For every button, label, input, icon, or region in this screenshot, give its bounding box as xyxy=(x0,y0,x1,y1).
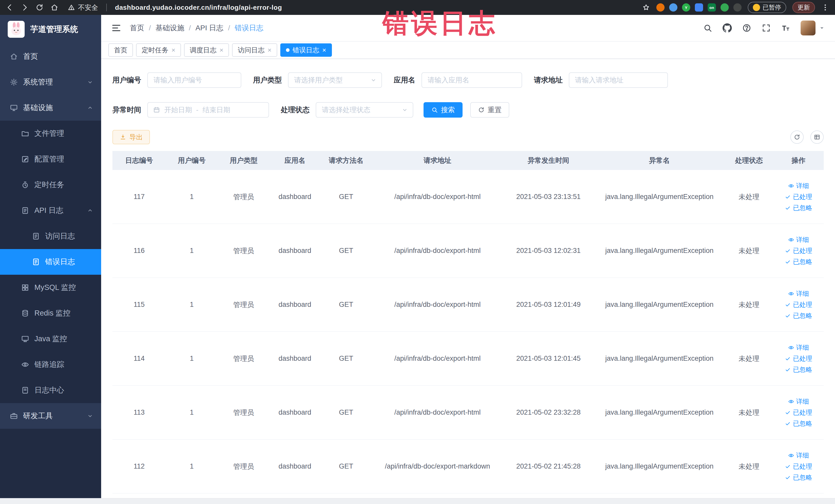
bookmark-star-icon[interactable] xyxy=(642,3,650,12)
breadcrumb-item[interactable]: API 日志 xyxy=(196,23,224,33)
browser-home-icon[interactable] xyxy=(50,3,59,12)
range-separator: - xyxy=(196,106,199,114)
update-button[interactable]: 更新 xyxy=(792,2,815,13)
font-size-icon[interactable] xyxy=(781,23,790,33)
sidebar-item[interactable]: 研发工具 xyxy=(0,403,101,429)
action-detail[interactable]: 详细 xyxy=(788,182,809,190)
extension-icon[interactable] xyxy=(656,3,665,12)
action-detail[interactable]: 详细 xyxy=(788,451,809,460)
date-range-picker[interactable]: 开始日期 - 结束日期 xyxy=(147,102,269,118)
action-processed[interactable]: 已处理 xyxy=(785,193,812,201)
toolbox-icon xyxy=(10,412,18,420)
breadcrumb-item[interactable]: 首页 xyxy=(130,23,144,33)
eye-icon xyxy=(788,399,794,405)
action-ignored[interactable]: 已忽略 xyxy=(785,204,812,212)
table-cell: 未处理 xyxy=(725,408,773,417)
extension-icon[interactable] xyxy=(695,3,703,12)
app-name-input[interactable] xyxy=(422,73,522,88)
action-processed[interactable]: 已处理 xyxy=(785,462,812,471)
sidebar-item[interactable]: 配置管理 xyxy=(0,146,101,172)
extension-icon[interactable] xyxy=(669,3,677,12)
help-icon[interactable] xyxy=(742,23,751,33)
address-bar[interactable]: dashboard.yudao.iocoder.cn/infra/log/api… xyxy=(115,4,282,12)
extension-icon[interactable] xyxy=(720,3,729,12)
table-cell: 2021-05-02 23:32:28 xyxy=(503,408,594,417)
action-ignored[interactable]: 已忽略 xyxy=(785,258,812,266)
export-button[interactable]: 导出 xyxy=(113,130,150,144)
sidebar-item[interactable]: 访问日志 xyxy=(0,223,101,249)
sidebar-item[interactable]: 定时任务 xyxy=(0,172,101,198)
github-icon[interactable] xyxy=(722,23,732,33)
horizontal-scrollbar[interactable] xyxy=(0,498,835,504)
action-ignored[interactable]: 已忽略 xyxy=(785,419,812,428)
user-type-select[interactable]: 请选择用户类型 xyxy=(288,73,382,88)
action-detail[interactable]: 详细 xyxy=(788,236,809,244)
refresh-icon xyxy=(478,106,485,113)
user-id-input[interactable] xyxy=(147,73,241,88)
sidebar-item[interactable]: MySQL 监控 xyxy=(0,275,101,300)
status-select[interactable]: 请选择处理状态 xyxy=(316,102,413,118)
back-icon[interactable] xyxy=(6,3,14,12)
table-cell: java.lang.IllegalArgumentException xyxy=(594,462,725,470)
reload-icon[interactable] xyxy=(36,3,44,12)
tab[interactable]: 错误日志× xyxy=(280,43,332,57)
sidebar-item[interactable]: Redis 监控 xyxy=(0,300,101,326)
browser-menu-icon[interactable] xyxy=(821,3,829,12)
tab[interactable]: 调度日志× xyxy=(184,43,229,57)
eye-icon xyxy=(788,452,794,459)
site-security[interactable]: 不安全 xyxy=(68,3,98,12)
action-detail[interactable]: 详细 xyxy=(788,343,809,352)
search-button[interactable]: 搜索 xyxy=(424,102,463,118)
sidebar-item[interactable]: Java 监控 xyxy=(0,326,101,352)
sidebar-item[interactable]: 文件管理 xyxy=(0,121,101,146)
tab[interactable]: 定时任务× xyxy=(136,43,181,57)
sidebar-item[interactable]: 首页 xyxy=(0,44,101,69)
search-icon[interactable] xyxy=(703,23,712,33)
app-logo[interactable]: 芋道管理系统 xyxy=(0,15,101,44)
sidebar-item[interactable]: 错误日志 xyxy=(0,249,101,275)
close-icon[interactable]: × xyxy=(322,47,326,54)
action-ignored[interactable]: 已忽略 xyxy=(785,311,812,320)
breadcrumb-item[interactable]: 错误日志 xyxy=(235,23,263,33)
select-placeholder: 请选择处理状态 xyxy=(322,105,370,115)
breadcrumb-item[interactable]: 基础设施 xyxy=(156,23,184,33)
table-cell: 2021-05-03 23:13:51 xyxy=(503,193,594,201)
reset-button[interactable]: 重置 xyxy=(470,102,509,118)
collapse-menu-icon[interactable] xyxy=(111,23,122,33)
action-ignored[interactable]: 已忽略 xyxy=(785,473,812,482)
request-url-input[interactable] xyxy=(569,73,668,88)
sidebar-item[interactable]: 系统管理 xyxy=(0,69,101,95)
fullscreen-icon[interactable] xyxy=(761,23,771,33)
close-icon[interactable]: × xyxy=(267,47,271,54)
table-cell: 管理员 xyxy=(218,354,269,363)
tab[interactable]: 首页 xyxy=(108,43,133,57)
app-title: 芋道管理系统 xyxy=(30,24,78,35)
extension-icon[interactable]: Y xyxy=(682,3,690,12)
profile-paused-pill[interactable]: 已暂停 xyxy=(748,2,786,13)
tab[interactable]: 访问日志× xyxy=(232,43,277,57)
user-avatar[interactable] xyxy=(801,21,825,36)
filter-label: 用户编号 xyxy=(113,75,141,85)
action-detail[interactable]: 详细 xyxy=(788,289,809,298)
refresh-button[interactable] xyxy=(790,130,804,144)
column-settings-button[interactable] xyxy=(810,130,824,144)
sidebar-item[interactable]: 链路追踪 xyxy=(0,352,101,378)
sidebar-item[interactable]: 日志中心 xyxy=(0,378,101,403)
close-icon[interactable]: × xyxy=(220,47,223,54)
extension-icon[interactable]: on xyxy=(708,3,716,12)
action-processed[interactable]: 已处理 xyxy=(785,354,812,363)
sidebar-item[interactable]: 基础设施 xyxy=(0,95,101,121)
action-label: 已忽略 xyxy=(793,473,812,482)
action-ignored[interactable]: 已忽略 xyxy=(785,365,812,374)
action-processed[interactable]: 已处理 xyxy=(785,300,812,309)
sidebar-item[interactable]: API 日志 xyxy=(0,198,101,223)
action-label: 详细 xyxy=(796,397,809,406)
forward-icon[interactable] xyxy=(21,3,29,12)
extension-icon[interactable] xyxy=(733,3,741,12)
action-processed[interactable]: 已处理 xyxy=(785,408,812,417)
browser-actions: Yon 已暂停 更新 xyxy=(642,2,829,13)
close-icon[interactable]: × xyxy=(171,47,175,54)
action-detail[interactable]: 详细 xyxy=(788,397,809,406)
action-processed[interactable]: 已处理 xyxy=(785,246,812,255)
header-actions xyxy=(703,21,825,36)
